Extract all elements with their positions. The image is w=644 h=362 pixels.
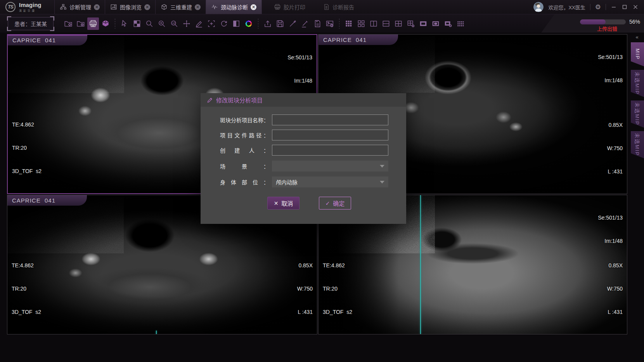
project-file-path-input[interactable] [272, 130, 388, 140]
cube-icon [161, 3, 168, 10]
cancel-button[interactable]: ✕ 取消 [267, 197, 299, 210]
tab-close-icon[interactable]: ✕ [144, 4, 150, 10]
close-button[interactable] [632, 4, 639, 10]
toolbar-divider [115, 19, 115, 29]
series-label: CAPRICE 041 [8, 35, 87, 45]
window-level-overlay: 0.85X W:750 L :431 [607, 106, 623, 191]
mip-side-tabs: « MIP未选MIP未选MIP未选MIP [629, 34, 644, 162]
layout-checker-icon[interactable] [131, 17, 143, 30]
image-export-icon[interactable] [324, 17, 336, 30]
export-up-icon[interactable] [262, 17, 274, 30]
ellipse-filled-icon[interactable] [430, 17, 441, 30]
tab-diagnosis-management[interactable]: 诊断管理✕ [54, 0, 105, 14]
magnifier-icon[interactable] [144, 17, 155, 30]
field-row: 项目文件路径： [220, 130, 388, 140]
tab-image-browse[interactable]: 图像浏览✕ [105, 0, 156, 14]
divider [606, 4, 606, 10]
rect-filled-icon[interactable] [417, 17, 429, 30]
confirm-button[interactable]: ✓ 确定 [319, 197, 351, 210]
window-level-overlay: 0.85X W:750 L :431 [297, 246, 313, 331]
scene-select[interactable] [272, 161, 388, 171]
zoom-2x-icon[interactable]: x2 [168, 17, 180, 30]
app-logo: TS Imaging 清影华康 [0, 0, 54, 14]
series-label: CAPRICE 041 [319, 35, 398, 45]
grid-3x3-icon[interactable] [343, 17, 355, 30]
edit-pencil-icon [207, 97, 213, 103]
zoom-in-icon[interactable] [156, 17, 168, 30]
report-icon [323, 3, 330, 10]
collapse-chevrons-icon[interactable]: « [629, 34, 644, 40]
upload-panel: 56% 上传出错 [541, 14, 644, 33]
field-row: 身体部位： 颅内动脉 [220, 177, 388, 187]
side-tab-mip-unselected-2[interactable]: 未选MIP [631, 100, 644, 128]
cube-3d-icon[interactable] [100, 17, 111, 30]
user-avatar[interactable] [533, 2, 544, 12]
tab-carotid-diagnosis[interactable]: 颈动脉诊断✕ [206, 0, 262, 14]
app-name: Imaging [19, 2, 42, 8]
split-vertical-icon[interactable] [368, 17, 379, 30]
cursor-icon[interactable] [119, 17, 130, 30]
body-part-select[interactable]: 颅内动脉 [272, 177, 388, 187]
titlebar-right: 欢迎您，XX医生 ⚙ [533, 0, 644, 14]
folder-settings-icon[interactable] [62, 17, 74, 30]
chevron-down-icon [380, 165, 384, 168]
tab-close-icon[interactable]: ✕ [94, 4, 100, 10]
maximize-button[interactable] [621, 4, 628, 10]
creator-input[interactable] [272, 145, 388, 156]
series-label: CAPRICE 041 [7, 195, 87, 206]
save-disk-icon[interactable] [274, 17, 286, 30]
grid-2x2-icon[interactable] [393, 17, 404, 30]
project-file-path-label: 项目文件路径： [220, 131, 269, 139]
creator-label: 创建人： [220, 146, 269, 154]
scan-params-overlay: TE:4.862 TR:20 3D_TOF s2 [323, 246, 352, 331]
window-level-overlay: 0.85X W:750 L :431 [607, 246, 623, 331]
waveform-icon [211, 3, 218, 10]
side-tab-mip[interactable]: MIP [631, 42, 644, 66]
plaque-project-name-input[interactable] [272, 114, 388, 125]
minimize-button[interactable] [611, 4, 617, 10]
grid-remove-icon[interactable] [405, 17, 417, 30]
grid-blocks-icon[interactable] [355, 17, 367, 30]
sitemap-icon [60, 3, 67, 10]
rect-remove-icon[interactable] [442, 17, 454, 30]
pan-move-icon[interactable] [181, 17, 192, 30]
annotation-frame-add-icon[interactable] [206, 17, 217, 30]
plaque-project-name-label: 斑块分析项目名称： [220, 116, 269, 124]
tab-close-icon[interactable]: ✕ [251, 4, 256, 10]
reference-line [156, 331, 157, 334]
printer-icon [274, 3, 281, 10]
side-tab-mip-unselected-1[interactable]: 未选MIP [631, 70, 644, 97]
printer-icon[interactable] [87, 17, 99, 30]
tab-diagnosis-report: 诊断报告 [317, 0, 360, 14]
probe-needle-icon[interactable] [287, 17, 298, 30]
side-tab-mip-unselected-3[interactable]: 未选MIP [631, 131, 644, 158]
app-subtitle: 清影华康 [19, 9, 42, 12]
report-add-icon[interactable] [312, 17, 323, 30]
series-info-overlay: Se:501/13 Im:1/48 [598, 38, 623, 100]
tab-3d-reconstruction[interactable]: 三维重建✕ [155, 0, 206, 14]
toolbar-icons: x2 [62, 17, 467, 30]
image-icon [110, 3, 117, 10]
user-greeting: 欢迎您，XX医生 [548, 3, 585, 11]
body-part-label: 身体部位： [220, 178, 269, 186]
film-strip-icon[interactable] [455, 17, 466, 30]
chevron-down-icon [380, 181, 384, 184]
scan-params-overlay: TE:4.862 TR:20 3D_TOF s2 [12, 105, 42, 191]
probe-needle-line-icon[interactable] [299, 17, 311, 30]
settings-gear-icon[interactable]: ⚙ [595, 4, 601, 10]
reference-line [420, 195, 421, 334]
dialog-body: 斑块分析项目名称： 项目文件路径： 创建人： 场景： 身体部位： [201, 107, 406, 210]
upload-progress-percent: 56% [629, 19, 640, 25]
measure-pencil-icon[interactable] [193, 17, 205, 30]
split-horizontal-icon[interactable] [380, 17, 392, 30]
field-row: 场景： [220, 161, 388, 171]
color-wheel-icon[interactable] [243, 17, 254, 30]
app-window: TS Imaging 清影华康 诊断管理✕图像浏览✕三维重建✕颈动脉诊断✕胶片打… [0, 0, 644, 362]
divider [590, 4, 590, 10]
folder-add-icon[interactable] [75, 17, 87, 30]
contrast-icon[interactable] [230, 17, 242, 30]
dialog-title: 修改斑块分析项目 [216, 96, 263, 104]
tab-close-icon[interactable]: ✕ [195, 4, 201, 10]
dialog-buttons: ✕ 取消 ✓ 确定 [230, 197, 388, 210]
rotate-refresh-icon[interactable] [218, 17, 230, 30]
